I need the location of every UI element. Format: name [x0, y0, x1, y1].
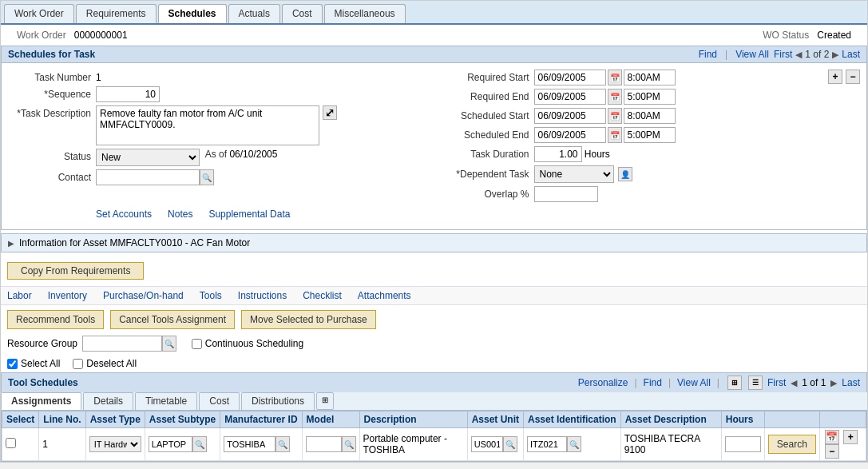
tab-work-order[interactable]: Work Order — [4, 4, 74, 23]
asset-unit-input[interactable] — [471, 436, 503, 452]
overlap-input[interactable] — [534, 186, 598, 202]
contact-search-btn[interactable]: 🔍 — [200, 169, 214, 185]
ts-grid-icon-btn[interactable]: ⊞ — [727, 376, 742, 390]
status-label: Status — [8, 149, 96, 162]
tab-requirements[interactable]: Requirements — [76, 4, 157, 23]
asset-identification-input[interactable] — [527, 436, 567, 452]
cancel-tools-assignment-btn[interactable]: Cancel Tools Assignment — [110, 310, 235, 329]
sub-tab-bar: Assignments Details Timetable Cost Distr… — [1, 392, 867, 411]
resource-group-label: Resource Group — [7, 338, 77, 349]
scheduled-start-cal-btn[interactable]: 📅 — [608, 108, 622, 124]
asset-subtype-search-btn[interactable]: 🔍 — [192, 436, 207, 452]
required-end-time-input[interactable] — [624, 89, 676, 105]
manufacturer-id-search-btn[interactable]: 🔍 — [275, 436, 290, 452]
instructions-link[interactable]: Instructions — [238, 290, 287, 301]
scheduled-end-label: Scheduled End — [442, 129, 534, 141]
deselect-all-text: Deselect All — [86, 358, 137, 369]
attachments-link[interactable]: Attachments — [358, 290, 411, 301]
sub-tab-distributions[interactable]: Distributions — [241, 392, 315, 410]
dependent-task-icon-btn[interactable]: 👤 — [618, 167, 632, 181]
tool-schedules-title: Tool Schedules — [8, 377, 78, 388]
labor-link[interactable]: Labor — [7, 290, 32, 301]
move-selected-to-purchase-btn[interactable]: Move Selected to Purchase — [241, 310, 376, 329]
task-number-label: Task Number — [8, 70, 96, 83]
required-end-cal-btn[interactable]: 📅 — [608, 89, 622, 105]
info-bar[interactable]: ▶ Information for Asset MMFACLTY0010 - A… — [1, 233, 867, 252]
col-model: Model — [302, 411, 359, 428]
deselect-all-label: Deselect All — [73, 358, 137, 369]
tab-actuals[interactable]: Actuals — [228, 4, 280, 23]
ts-nav-last[interactable]: Last — [842, 377, 860, 388]
personalize-link[interactable]: Personalize — [578, 377, 628, 388]
ts-list-icon-btn[interactable]: ☰ — [748, 376, 763, 390]
model-search-btn[interactable]: 🔍 — [342, 436, 356, 452]
remove-row-btn[interactable]: − — [846, 70, 860, 84]
resource-group-search-btn[interactable]: 🔍 — [162, 336, 176, 352]
inventory-link[interactable]: Inventory — [48, 290, 87, 301]
asset-unit-search-btn[interactable]: 🔍 — [503, 436, 517, 452]
required-start-cal-btn[interactable]: 📅 — [608, 70, 622, 85]
required-end-date-input[interactable] — [534, 89, 606, 105]
tab-cost[interactable]: Cost — [282, 4, 323, 23]
ts-nav-prev[interactable]: ◀ — [791, 378, 797, 388]
checklist-link[interactable]: Checklist — [303, 290, 342, 301]
required-start-date-input[interactable] — [534, 70, 606, 85]
asset-identification-search-btn[interactable]: 🔍 — [567, 436, 581, 452]
row-search-btn[interactable]: Search — [768, 435, 816, 454]
scheduled-end-cal-btn[interactable]: 📅 — [608, 127, 622, 143]
deselect-all-checkbox[interactable] — [73, 359, 83, 369]
tab-schedules[interactable]: Schedules — [158, 4, 227, 23]
sub-tab-more-icon[interactable]: ⊞ — [316, 392, 334, 410]
nav-next-arrow[interactable]: ▶ — [832, 50, 838, 60]
row-add-btn[interactable]: + — [843, 430, 858, 444]
scheduled-start-time-input[interactable] — [624, 108, 676, 124]
sub-tab-details[interactable]: Details — [83, 392, 133, 410]
nav-first[interactable]: First — [774, 49, 792, 60]
recommend-tools-btn[interactable]: Recommend Tools — [7, 310, 104, 329]
resource-group-input[interactable] — [82, 336, 162, 352]
task-duration-input[interactable] — [534, 146, 582, 162]
task-desc-expand-btn[interactable]: ⤢ — [323, 105, 337, 120]
task-desc-input[interactable]: Remove faulty fan motor from A/C unit MM… — [96, 105, 319, 145]
asset-type-select[interactable]: IT Hardw — [89, 436, 141, 452]
row-remove-btn[interactable]: − — [825, 444, 839, 459]
sequence-input[interactable] — [96, 86, 160, 102]
ts-nav-next[interactable]: ▶ — [830, 378, 837, 388]
sub-tab-assignments[interactable]: Assignments — [1, 392, 81, 410]
contact-input[interactable] — [96, 169, 200, 185]
view-all-link[interactable]: View All — [735, 49, 769, 60]
ts-view-all-link[interactable]: View All — [677, 377, 711, 388]
scheduled-end-time-input[interactable] — [624, 127, 676, 143]
ts-find-link[interactable]: Find — [644, 377, 662, 388]
add-row-btn[interactable]: + — [828, 70, 842, 84]
required-end-row: Required End 📅 — [442, 89, 861, 105]
purchase-on-hand-link[interactable]: Purchase/On-hand — [103, 290, 184, 301]
hours-input[interactable] — [725, 436, 761, 452]
nav-prev-arrow[interactable]: ◀ — [795, 50, 802, 60]
tools-link[interactable]: Tools — [200, 290, 222, 301]
continuous-scheduling-checkbox[interactable] — [192, 339, 202, 349]
scheduled-start-date-input[interactable] — [534, 108, 606, 124]
asset-subtype-input[interactable] — [149, 436, 192, 452]
status-select[interactable]: New Pending Active — [96, 149, 200, 166]
row-calendar-btn[interactable]: 📅 — [825, 430, 839, 444]
scheduled-end-fields: 📅 — [534, 127, 676, 143]
supplemental-data-link[interactable]: Supplemental Data — [208, 209, 290, 220]
ts-nav-first[interactable]: First — [767, 377, 786, 388]
tab-miscellaneous[interactable]: Miscellaneous — [324, 4, 406, 23]
copy-from-requirements-btn[interactable]: Copy From Requirements — [7, 262, 144, 280]
manufacturer-id-input[interactable] — [224, 436, 275, 452]
nav-last[interactable]: Last — [842, 49, 860, 60]
row-hours — [721, 428, 764, 461]
model-input[interactable] — [306, 436, 342, 452]
sub-tab-timetable[interactable]: Timetable — [135, 392, 197, 410]
notes-link[interactable]: Notes — [168, 209, 192, 220]
find-link[interactable]: Find — [699, 49, 717, 60]
set-accounts-link[interactable]: Set Accounts — [96, 209, 152, 220]
sub-tab-cost[interactable]: Cost — [199, 392, 240, 410]
row-select-checkbox[interactable] — [6, 438, 16, 448]
select-all-checkbox[interactable] — [7, 359, 18, 369]
scheduled-end-date-input[interactable] — [534, 127, 606, 143]
dependent-task-select[interactable]: None — [534, 165, 614, 183]
required-start-time-input[interactable] — [624, 70, 676, 85]
